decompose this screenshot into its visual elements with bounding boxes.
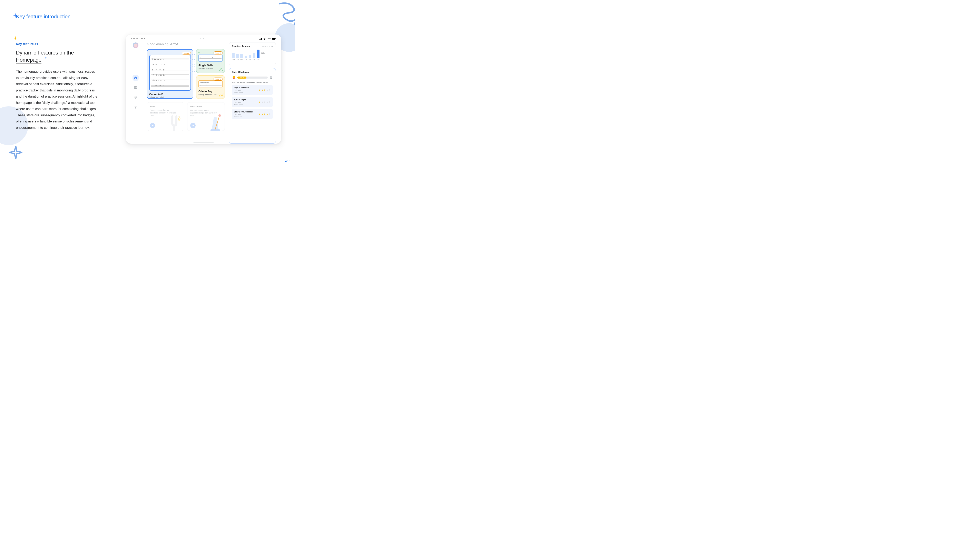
svg-point-44 bbox=[194, 74, 195, 74]
nav-settings[interactable] bbox=[132, 104, 138, 110]
star-icon: ★ bbox=[264, 113, 266, 116]
star-icon: ★ bbox=[261, 89, 263, 91]
level-badge: Level 2 bbox=[182, 52, 191, 55]
svg-rect-4 bbox=[272, 38, 275, 40]
nav-home[interactable] bbox=[132, 75, 138, 81]
tool-title: Metronome bbox=[190, 105, 222, 108]
drag-handle-icon: ••• bbox=[200, 37, 204, 40]
chart-bar: Fri bbox=[249, 55, 251, 60]
history-icon bbox=[134, 96, 137, 99]
status-time: 9:41 bbox=[131, 38, 135, 40]
svg-rect-46 bbox=[210, 129, 220, 131]
song-title: Ode to Joy bbox=[199, 90, 223, 93]
star-icon: ★ bbox=[264, 89, 266, 91]
svg-point-16 bbox=[194, 57, 195, 57]
song-composer: James L. Pierpont bbox=[199, 67, 223, 69]
play-icon bbox=[152, 124, 154, 127]
level-badge: Level 1 bbox=[213, 78, 223, 81]
svg-point-48 bbox=[218, 114, 221, 117]
page-number: 4/10 bbox=[285, 160, 290, 163]
task-song: Canon in D bbox=[234, 89, 249, 91]
gear-icon bbox=[134, 105, 137, 109]
song-composer: Johann Pachelbel bbox=[149, 96, 191, 98]
song-title: Canon in D bbox=[149, 93, 191, 96]
avatar[interactable] bbox=[133, 43, 138, 48]
nav-history[interactable] bbox=[132, 94, 138, 100]
challenge-task[interactable]: High A DetectiveCanon in D2 stars to ear… bbox=[232, 85, 273, 95]
badge-silver-icon bbox=[269, 76, 273, 79]
task-earn: 4 stars to earn bbox=[234, 104, 246, 105]
svg-rect-0 bbox=[259, 39, 260, 40]
tool-tuner[interactable]: Tuner Our metronome has an adjustable te… bbox=[147, 102, 185, 131]
svg-point-50 bbox=[270, 76, 272, 78]
chart-bar: Tue bbox=[236, 54, 239, 60]
song-card-jingle-bells[interactable]: + Level 1 𝄞 ♩♩♩ ♩♩♩ ♪♫ Jingle Bells Jame… bbox=[196, 49, 225, 73]
star-icon: ★ bbox=[259, 113, 261, 116]
svg-point-49 bbox=[233, 76, 235, 78]
badge-gold-icon bbox=[232, 76, 235, 79]
star-icon: ★ bbox=[259, 89, 261, 91]
star-icon: ★ bbox=[261, 113, 263, 116]
feature-title: Dynamic Features on the Homepage bbox=[16, 49, 102, 64]
tracker-title: Practice Tracker bbox=[232, 45, 250, 48]
task-name: Slow Down, Speedy! bbox=[234, 111, 253, 113]
star-icon: ★ bbox=[269, 113, 271, 116]
level-badge: Level 1 bbox=[213, 51, 223, 54]
song-title: Jingle Bells bbox=[199, 64, 223, 67]
tempo-label: Allegro maestoso bbox=[199, 82, 221, 83]
metronome-icon bbox=[205, 113, 224, 131]
avg-label: Avg.2.4hrs bbox=[261, 51, 265, 55]
sidebar bbox=[130, 40, 141, 144]
tool-title: Tuner bbox=[150, 105, 181, 108]
plus-doodle-icon: + bbox=[198, 51, 200, 54]
svg-point-6 bbox=[134, 44, 137, 47]
tracker-date-range: Feb 8-15, 2024 bbox=[262, 46, 273, 48]
practice-chart: MonTueWedThuFriSatSunAvg.2.4hrs bbox=[232, 49, 273, 60]
star-icon: ★ bbox=[266, 89, 268, 91]
svg-point-36 bbox=[194, 69, 195, 69]
play-button[interactable] bbox=[190, 123, 196, 128]
svg-point-23 bbox=[192, 62, 193, 62]
star-icon: ★ bbox=[269, 89, 271, 91]
star-icon: ★ bbox=[266, 101, 268, 103]
svg-point-31 bbox=[192, 67, 193, 67]
featured-song-card[interactable]: Level 2 bbox=[147, 49, 193, 99]
svg-point-27 bbox=[192, 64, 193, 65]
encourage-text: Wow! You are only 7 stars away from next… bbox=[232, 81, 273, 83]
home-indicator bbox=[193, 141, 214, 143]
battery-icon bbox=[272, 38, 276, 40]
star-icon: ★ bbox=[261, 101, 263, 103]
tool-metronome[interactable]: Metronome Our metronome has an adjustabl… bbox=[187, 102, 225, 131]
svg-point-28 bbox=[194, 64, 195, 65]
play-button[interactable] bbox=[150, 123, 155, 128]
song-card-ode-to-joy[interactable]: Level 1 Allegro maestoso 𝄞 ♩♩♩♩ ♩♩♩♩ Ode… bbox=[196, 75, 225, 99]
challenge-task[interactable]: Tune It RightCanon in D4 stars to earn★★… bbox=[232, 97, 273, 107]
svg-point-9 bbox=[135, 107, 136, 108]
sheet-music-preview: 𝄞 ♩♪♫♩ ♪♩♫ ♩♪♫♩♪ ♩♫♪♩ ♫♩♪♫ ♩♪♩♫♪ ♩♫♪♩ ♫♩… bbox=[149, 55, 191, 91]
svg-point-39 bbox=[192, 71, 193, 72]
challenge-task[interactable]: Slow Down, Speedy!Canon in D1 star to ea… bbox=[232, 109, 273, 119]
progress-bar: 3/10 bbox=[237, 76, 268, 79]
play-icon bbox=[192, 124, 194, 127]
task-song: Canon in D bbox=[234, 102, 246, 103]
chart-bar: Wed bbox=[240, 54, 243, 60]
sparkle-icon bbox=[9, 145, 23, 160]
song-composer: Ludwig van Beethoven bbox=[199, 94, 223, 95]
status-battery: 100% bbox=[267, 38, 271, 40]
svg-point-40 bbox=[194, 71, 195, 72]
feature-number: Key feature #1 bbox=[16, 42, 102, 46]
chart-bar: Thu bbox=[245, 56, 247, 60]
svg-point-24 bbox=[194, 62, 195, 62]
daily-challenge-card: Daily Challenge 3/10 Wow! You are only 7… bbox=[229, 68, 276, 144]
svg-point-19 bbox=[192, 59, 193, 60]
body-text: The homepage provides users with seamles… bbox=[16, 68, 98, 130]
svg-point-43 bbox=[192, 74, 193, 74]
tablet-mockup: 9:41 Mon Jun 6 ••• 100% bbox=[126, 35, 281, 144]
book-icon bbox=[134, 86, 137, 89]
practice-tracker-card[interactable]: Practice Tracker Feb 8-15, 2024 MonTueWe… bbox=[229, 42, 276, 65]
star-rating: ★★★★★ bbox=[259, 101, 271, 103]
task-name: High A Detective bbox=[234, 87, 249, 89]
svg-point-11 bbox=[192, 54, 193, 55]
challenge-title: Daily Challenge bbox=[232, 71, 273, 73]
nav-library[interactable] bbox=[132, 84, 138, 91]
